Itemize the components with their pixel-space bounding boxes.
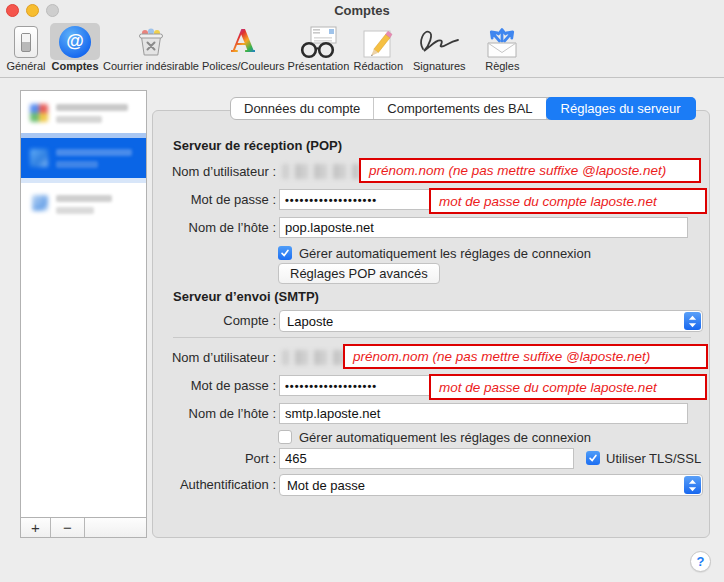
tab-comportements-des-bal[interactable]: Comportements des BAL bbox=[374, 98, 546, 119]
pop-host-field[interactable] bbox=[279, 217, 688, 238]
account-avatar bbox=[30, 149, 48, 167]
smtp-account-value: Laposte bbox=[287, 314, 333, 329]
minimize-button[interactable] bbox=[26, 4, 39, 17]
smtp-host-label: Nom de l’hôte : bbox=[161, 403, 276, 424]
redacted-account-detail bbox=[56, 116, 102, 123]
signature-icon bbox=[416, 26, 462, 58]
account-list-toolbar: + − bbox=[21, 517, 146, 537]
toolbar-item-redaction[interactable]: Rédaction bbox=[352, 22, 404, 72]
toolbar-item-polices-couleurs[interactable]: A Polices/Couleurs bbox=[202, 22, 285, 72]
smtp-username-label: Nom d’utilisateur : bbox=[161, 347, 276, 368]
smtp-tls-label: Utiliser TLS/SSL bbox=[606, 451, 701, 466]
close-button[interactable] bbox=[6, 4, 19, 17]
pop-host-label: Nom de l’hôte : bbox=[161, 217, 276, 238]
account-row-1[interactable] bbox=[21, 95, 146, 133]
titlebar: Comptes bbox=[0, 0, 724, 22]
redacted-account-detail bbox=[56, 207, 94, 214]
toolbar-item-courrier-indesirable[interactable]: Courrier indésirable bbox=[103, 22, 199, 72]
smtp-auth-value: Mot de passe bbox=[287, 478, 365, 493]
smtp-section-heading: Serveur d’envoi (SMTP) bbox=[173, 289, 319, 304]
popup-stepper-icon bbox=[684, 476, 701, 494]
account-avatar bbox=[30, 104, 48, 122]
viewing-glasses-icon bbox=[298, 25, 338, 59]
smtp-account-popup[interactable]: Laposte bbox=[279, 310, 703, 332]
pop-username-label: Nom d’utilisateur : bbox=[161, 161, 276, 182]
redacted-pop-username-value[interactable] bbox=[282, 164, 360, 179]
window-title: Comptes bbox=[0, 0, 724, 22]
smtp-auth-label: Authentification : bbox=[161, 474, 276, 496]
smtp-host-field[interactable] bbox=[279, 403, 688, 424]
junk-trash-icon bbox=[134, 25, 168, 59]
pop-password-label: Mot de passe : bbox=[161, 189, 276, 210]
tab-donnees-du-compte[interactable]: Données du compte bbox=[231, 98, 374, 119]
section-divider bbox=[173, 337, 691, 338]
pop-advanced-button[interactable]: Réglages POP avancés bbox=[278, 263, 440, 284]
toolbar-item-signatures[interactable]: Signatures bbox=[407, 22, 471, 72]
pop-auto-manage-label: Gérer automatiquement les réglages de co… bbox=[299, 246, 591, 261]
toolbar-item-comptes[interactable]: @ Comptes bbox=[50, 22, 100, 72]
smtp-tls-checkbox[interactable] bbox=[586, 451, 600, 465]
smtp-port-field[interactable] bbox=[279, 448, 574, 469]
smtp-password-label: Mot de passe : bbox=[161, 375, 276, 396]
popup-stepper-icon bbox=[684, 312, 701, 330]
pop-username-annotation: prénom.nom (ne pas mettre suffixe @lapos… bbox=[359, 158, 701, 183]
accounts-at-icon: @ bbox=[59, 26, 91, 58]
toolbar-filler bbox=[85, 518, 146, 537]
rules-envelope-icon bbox=[483, 25, 521, 59]
smtp-account-label: Compte : bbox=[161, 310, 276, 332]
account-avatar bbox=[32, 195, 48, 211]
redacted-account-detail bbox=[56, 161, 98, 168]
account-row-2-selected[interactable] bbox=[21, 133, 146, 183]
tab-reglages-du-serveur[interactable]: Réglages du serveur bbox=[546, 97, 696, 120]
account-list: + − bbox=[20, 90, 147, 538]
compose-pencil-icon bbox=[361, 25, 395, 59]
add-account-button[interactable]: + bbox=[21, 518, 51, 537]
remove-account-button[interactable]: − bbox=[51, 518, 85, 537]
redacted-account-name bbox=[56, 104, 128, 111]
smtp-auto-manage-checkbox[interactable] bbox=[278, 430, 292, 444]
toolbar-item-regles[interactable]: Règles bbox=[474, 22, 530, 72]
traffic-lights bbox=[6, 4, 59, 17]
preferences-content: + − Serveur de réception (POP) Nom d’uti… bbox=[0, 78, 724, 582]
checkmark-icon bbox=[588, 453, 598, 463]
zoom-button[interactable] bbox=[46, 4, 59, 17]
toolbar-item-presentation[interactable]: Présentation bbox=[288, 22, 350, 72]
pop-section-heading: Serveur de réception (POP) bbox=[173, 138, 342, 153]
tab-bar: Données du compte Comportements des BAL … bbox=[230, 97, 696, 120]
fonts-colors-icon: A bbox=[231, 26, 255, 57]
help-question-icon: ? bbox=[697, 554, 705, 569]
toolbar: Général @ Comptes Courrier indésirable A… bbox=[0, 22, 724, 78]
smtp-auto-manage-label: Gérer automatiquement les réglages de co… bbox=[299, 430, 591, 445]
account-row-3[interactable] bbox=[21, 187, 146, 227]
smtp-password-annotation: mot de passe du compte laposte.net bbox=[429, 374, 707, 400]
toolbar-item-general[interactable]: Général bbox=[5, 22, 47, 72]
redacted-account-name bbox=[56, 195, 112, 202]
pop-password-annotation: mot de passe du compte laposte.net bbox=[429, 188, 707, 214]
general-switch-icon bbox=[14, 26, 38, 58]
help-button[interactable]: ? bbox=[690, 551, 711, 572]
smtp-port-label: Port : bbox=[161, 448, 276, 469]
checkmark-icon bbox=[280, 248, 290, 258]
smtp-username-annotation: prénom.nom (ne pas mettre suffixe @lapos… bbox=[343, 344, 708, 369]
redacted-account-name bbox=[56, 149, 132, 156]
settings-panel: Serveur de réception (POP) Nom d’utilisa… bbox=[152, 110, 710, 538]
pop-auto-manage-checkbox[interactable] bbox=[278, 246, 292, 260]
smtp-auth-popup[interactable]: Mot de passe bbox=[279, 474, 703, 496]
